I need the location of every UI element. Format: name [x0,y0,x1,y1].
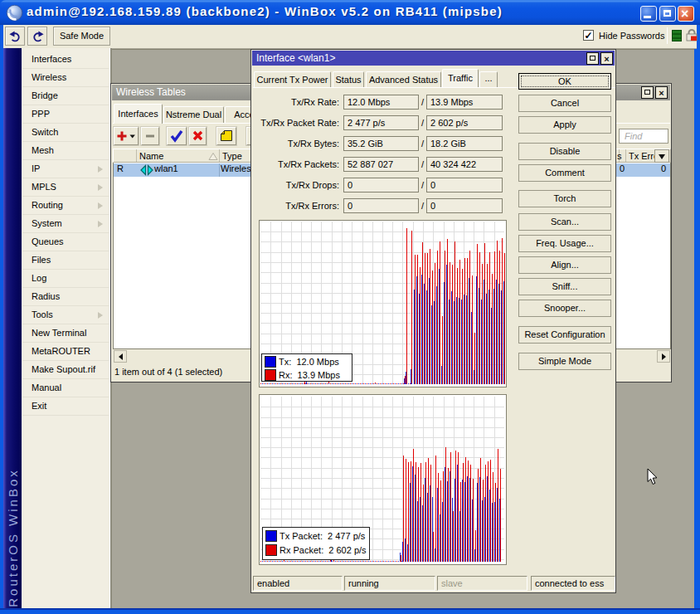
svg-text:Rx: 13.9 Mbps: Rx: 13.9 Mbps [279,370,340,380]
svg-text:Rx Packet: 2 602 p/s: Rx Packet: 2 602 p/s [280,545,367,555]
svg-text:Tx: 12.0 Mbps: Tx: 12.0 Mbps [279,357,339,367]
svg-text:Tx Packet: 2 477 p/s: Tx Packet: 2 477 p/s [280,531,366,541]
